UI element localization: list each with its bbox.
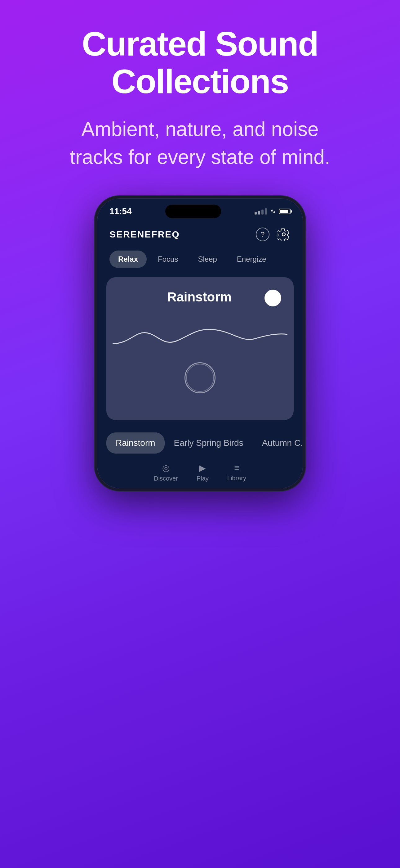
hero-subtitle: Ambient, nature, and noise tracks for ev…: [61, 116, 339, 171]
nav-library[interactable]: ≡ Library: [227, 463, 246, 482]
nav-discover-label: Discover: [154, 475, 178, 482]
tab-relax[interactable]: Relax: [109, 251, 147, 268]
tab-focus[interactable]: Focus: [149, 251, 187, 268]
nav-discover[interactable]: ◎ Discover: [154, 463, 178, 482]
sound-list-item-early-spring-birds[interactable]: Early Spring Birds: [165, 432, 253, 454]
app-logo: SERENEFREQ: [109, 229, 180, 240]
sound-list: Rainstorm Early Spring Birds Autumn C...: [97, 426, 303, 460]
help-button[interactable]: ?: [256, 227, 269, 241]
play-button[interactable]: [185, 362, 215, 393]
discover-icon: ◎: [162, 463, 170, 473]
play-icon: ▶: [199, 463, 206, 473]
help-icon: ?: [261, 230, 265, 239]
settings-button[interactable]: [277, 227, 291, 241]
nav-play-label: Play: [197, 475, 209, 482]
bottom-nav: ◎ Discover ▶ Play ≡ Library: [97, 460, 303, 488]
sound-list-item-autumn[interactable]: Autumn C...: [253, 432, 303, 454]
category-tabs: Relax Focus Sleep Energize: [97, 247, 303, 274]
sound-list-item-rainstorm[interactable]: Rainstorm: [106, 432, 165, 454]
nav-library-label: Library: [227, 475, 246, 482]
tab-sleep[interactable]: Sleep: [189, 251, 226, 268]
library-icon: ≡: [234, 463, 239, 473]
sound-card: Rainstorm: [106, 277, 294, 420]
header-actions: ?: [256, 227, 291, 241]
wifi-icon: ∿: [270, 207, 276, 215]
status-icons: ∿: [255, 207, 291, 215]
app-header: SERENEFREQ ?: [97, 221, 303, 247]
tab-energize[interactable]: Energize: [228, 251, 275, 268]
hero-title: Curated Sound Collections: [25, 25, 375, 100]
phone-container: 11:54 ∿ SERENEFREQ ?: [0, 190, 400, 868]
battery-icon: [279, 209, 291, 214]
status-bar: 11:54 ∿: [97, 198, 303, 221]
phone-frame: 11:54 ∿ SERENEFREQ ?: [95, 196, 305, 491]
nav-play[interactable]: ▶ Play: [197, 463, 209, 482]
signal-icon: [255, 208, 267, 215]
dynamic-island: [165, 205, 221, 218]
status-time: 11:54: [109, 207, 132, 216]
waveform-svg: [112, 319, 288, 356]
settings-icon: [277, 228, 290, 241]
waveform-container: [106, 313, 294, 356]
sound-card-header: Rainstorm: [106, 277, 294, 313]
sound-card-title: Rainstorm: [119, 290, 280, 305]
hero-section: Curated Sound Collections Ambient, natur…: [0, 0, 400, 190]
